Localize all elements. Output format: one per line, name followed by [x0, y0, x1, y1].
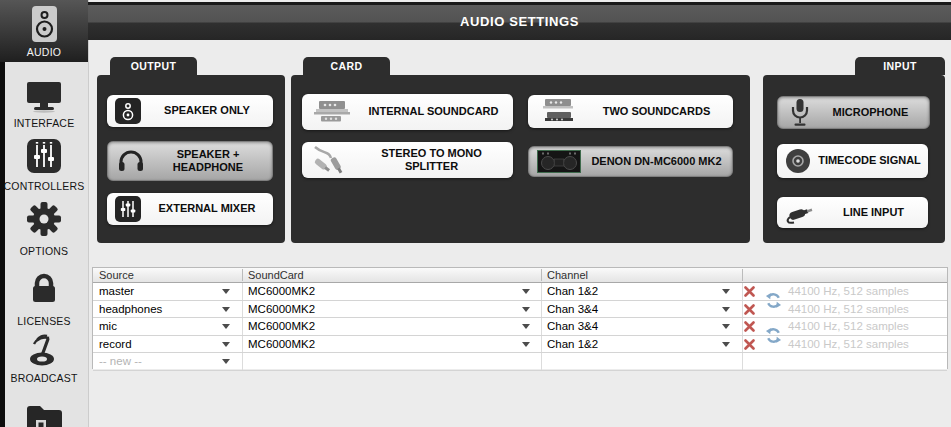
soundcard-select[interactable]: MC6000MK2	[248, 285, 315, 297]
chevron-down-icon[interactable]	[722, 342, 730, 347]
tab-input-label: INPUT	[883, 60, 917, 72]
tab-card-label: CARD	[331, 60, 363, 72]
chevron-down-icon[interactable]	[722, 307, 730, 312]
denon-device-icon	[537, 150, 581, 173]
soundcard-select[interactable]: MC6000MK2	[248, 320, 315, 332]
column-divider	[742, 269, 743, 281]
refresh-icon[interactable]	[765, 292, 782, 311]
column-divider	[541, 269, 542, 281]
x-icon[interactable]	[744, 321, 755, 334]
stereo-mono-splitter-button[interactable]: STEREO TO MONO SPLITTER	[302, 142, 513, 178]
output-panel: SPEAKER ONLY SPEAKER + HEADPHONE EXTERNA…	[97, 75, 285, 243]
table-row-headphones: headphones MC6000MK2 Chan 3&4 44100 Hz, …	[93, 301, 947, 319]
microphone-icon	[788, 98, 812, 127]
x-icon[interactable]	[744, 286, 755, 299]
sidebar-item-label[interactable]: OPTIONS	[0, 245, 88, 257]
channel-select[interactable]: Chan 1&2	[547, 338, 598, 350]
monitor-icon	[25, 80, 63, 113]
channel-select[interactable]: Chan 3&4	[547, 303, 598, 315]
channel-select[interactable]: Chan 3&4	[547, 320, 598, 332]
sidebar-item-label[interactable]: BROADCAST	[0, 372, 88, 384]
chevron-down-icon[interactable]	[222, 289, 230, 294]
channel-select[interactable]: Chan 1&2	[547, 285, 598, 297]
sample-rate-text: 44100 Hz, 512 samples	[788, 338, 909, 350]
sidebar-item-options[interactable]	[0, 200, 88, 238]
sidebar-item-controllers[interactable]	[0, 139, 88, 173]
timecode-signal-button[interactable]: TIMECODE SIGNAL	[777, 144, 928, 178]
chevron-down-icon[interactable]	[522, 342, 530, 347]
button-label: SPEAKER + HEADPHONE	[144, 148, 272, 174]
sidebar: AUDIO INTERFACE CONTROLLERS	[0, 0, 89, 427]
tab-output: OUTPUT	[110, 57, 197, 75]
denon-mc6000-button[interactable]: DENON DN-MC6000 MK2	[528, 146, 733, 177]
card-panel: INTERNAL SOUNDCARD STEREO TO MONO SPLITT…	[291, 75, 750, 243]
antenna-icon	[25, 332, 63, 367]
line-input-button[interactable]: LINE INPUT	[777, 197, 928, 228]
source-select[interactable]: headphones	[99, 303, 162, 315]
chevron-down-icon[interactable]	[722, 289, 730, 294]
speaker-only-button[interactable]: SPEAKER ONLY	[107, 95, 273, 127]
external-mixer-button[interactable]: EXTERNAL MIXER	[107, 193, 273, 225]
source-select[interactable]: record	[99, 338, 132, 350]
table-rows: master MC6000MK2 Chan 1&2 44100 Hz, 512 …	[93, 283, 947, 369]
new-source-select[interactable]: -- new --	[99, 355, 142, 367]
two-soundcards-icon	[534, 98, 580, 125]
folder-icon	[23, 398, 65, 427]
page-title: AUDIO SETTINGS	[88, 14, 951, 29]
internal-soundcard-button[interactable]: INTERNAL SOUNDCARD	[302, 94, 513, 130]
column-header-soundcard: SoundCard	[248, 269, 304, 281]
audio-routing-table: Source SoundCard Channel master MC6000MK…	[92, 267, 948, 369]
vinyl-icon	[785, 148, 811, 174]
sample-rate-text: 44100 Hz, 512 samples	[788, 303, 909, 315]
source-select[interactable]: master	[99, 285, 134, 297]
tab-card: CARD	[303, 57, 390, 75]
tab-input: INPUT	[855, 57, 945, 75]
column-header-source: Source	[99, 269, 134, 281]
soundcard-select[interactable]: MC6000MK2	[248, 303, 315, 315]
source-select[interactable]: mic	[99, 320, 117, 332]
sidebar-item-interface[interactable]	[0, 80, 88, 113]
sidebar-item-label: AUDIO	[0, 46, 88, 58]
x-icon[interactable]	[744, 304, 755, 317]
chevron-down-icon[interactable]	[522, 307, 530, 312]
gear-icon	[25, 200, 63, 238]
button-label: LINE INPUT	[819, 206, 928, 219]
sidebar-item-licenses[interactable]	[0, 271, 88, 305]
column-header-channel: Channel	[547, 269, 588, 281]
sidebar-item-label[interactable]: CONTROLLERS	[0, 180, 88, 192]
headphone-icon	[118, 150, 144, 172]
sidebar-item-label[interactable]: LICENSES	[0, 315, 88, 327]
button-label: EXTERNAL MIXER	[141, 202, 273, 215]
speaker-cabinet-icon	[31, 5, 58, 43]
x-icon[interactable]	[744, 339, 755, 352]
sidebar-item-record-folder[interactable]	[0, 398, 88, 427]
sample-rate-text: 44100 Hz, 512 samples	[788, 285, 909, 297]
splitter-cable-icon	[308, 145, 350, 175]
table-row-master: master MC6000MK2 Chan 1&2 44100 Hz, 512 …	[93, 283, 947, 301]
line-plug-icon	[785, 200, 819, 226]
chevron-down-icon[interactable]	[222, 342, 230, 347]
sliders-icon	[27, 139, 61, 173]
chevron-down-icon[interactable]	[222, 307, 230, 312]
sidebar-item-broadcast[interactable]	[0, 332, 88, 367]
button-label: TWO SOUNDCARDS	[580, 105, 733, 118]
two-soundcards-button[interactable]: TWO SOUNDCARDS	[528, 95, 733, 128]
button-label: DENON DN-MC6000 MK2	[581, 155, 732, 168]
speaker-icon	[115, 98, 141, 124]
chevron-down-icon[interactable]	[722, 324, 730, 329]
microphone-button[interactable]: MICROPHONE	[777, 96, 930, 129]
button-label: SPEAKER ONLY	[141, 104, 273, 117]
chevron-down-icon[interactable]	[222, 324, 230, 329]
button-label: TIMECODE SIGNAL	[811, 154, 928, 167]
chevron-down-icon[interactable]	[522, 289, 530, 294]
input-panel: MICROPHONE TIMECODE SIGNAL	[763, 75, 945, 243]
chevron-down-icon[interactable]	[222, 359, 230, 364]
refresh-icon[interactable]	[765, 327, 782, 346]
speaker-headphone-button[interactable]: SPEAKER + HEADPHONE	[107, 141, 273, 181]
chevron-down-icon[interactable]	[522, 324, 530, 329]
tab-output-label: OUTPUT	[131, 60, 177, 72]
sidebar-item-label[interactable]: INTERFACE	[0, 117, 88, 129]
soundcard-select[interactable]: MC6000MK2	[248, 338, 315, 350]
column-divider	[242, 269, 243, 281]
sidebar-item-audio[interactable]: AUDIO	[0, 0, 88, 62]
